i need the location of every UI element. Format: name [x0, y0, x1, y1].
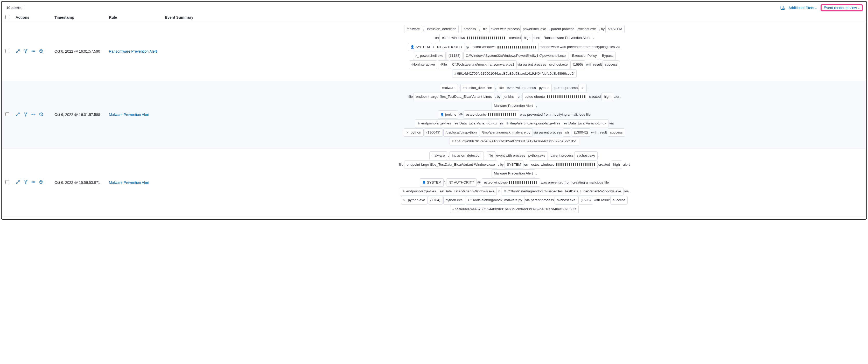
event-rendered-view-dropdown[interactable]: Event rendered view ⌵ [824, 6, 860, 10]
expand-icon[interactable] [16, 49, 20, 54]
rule-link[interactable]: Ransomware Prevention Alert [109, 49, 157, 53]
summary-token[interactable]: >_python.exe [401, 196, 428, 204]
summary-token[interactable]: #1643c3a3bb7617abe07a1d68fd105a972d0816e… [450, 137, 579, 146]
summary-token[interactable]: /usr/local/bin/python [443, 128, 479, 136]
summary-token[interactable]: C:\Tools\alerting\mock_malware.py [466, 196, 525, 204]
summary-token[interactable]: svchost.exe [547, 60, 570, 69]
summary-token[interactable]: jenkins [501, 93, 517, 101]
analyze-icon[interactable] [23, 112, 28, 117]
summary-token[interactable]: high [611, 160, 622, 169]
summary-token[interactable]: 👤SYSTEM [420, 178, 444, 187]
summary-token[interactable]: SYSTEM [504, 160, 524, 169]
summary-token[interactable]: success [608, 128, 625, 136]
summary-token[interactable]: intrusion_detection [460, 84, 494, 92]
summary-token[interactable]: (1696) [570, 60, 585, 69]
toolbar: 10 alerts Additional filters ⌵ Event ren… [2, 4, 866, 13]
rule-link[interactable]: Malware Prevention Alert [109, 180, 149, 185]
summary-token[interactable]: powershell.exe [520, 25, 548, 33]
analyze-icon[interactable] [23, 180, 28, 185]
summary-token[interactable]: high [521, 34, 533, 42]
summary-text: , by [498, 162, 504, 166]
summary-token[interactable]: estec-windows- [439, 34, 508, 42]
summary-text: created [598, 162, 610, 166]
summary-token[interactable]: -ExecutionPolicy [568, 52, 599, 60]
summary-token[interactable]: estec-ubuntu- [464, 111, 519, 119]
summary-token[interactable]: 🗎/tmp/alerting/endpoint-large-files_Test… [504, 119, 609, 127]
summary-token[interactable]: 👤SYSTEM [408, 43, 432, 51]
summary-token[interactable]: -File [438, 60, 449, 69]
summary-token[interactable]: file [497, 84, 506, 92]
summary-token[interactable]: intrusion_detection [450, 151, 484, 160]
summary-token[interactable]: success [610, 196, 628, 204]
summary-token[interactable]: C:\Windows\System32\WindowsPowerShell\v1… [463, 52, 568, 60]
user-icon: 👤 [410, 45, 414, 49]
summary-token[interactable]: 🗎C:\tools\alerting\endpoint-large-files_… [501, 187, 623, 195]
summary-token[interactable]: (1696) [579, 196, 593, 204]
summary-token[interactable]: Malware Prevention Alert [492, 102, 535, 110]
expand-icon[interactable] [16, 180, 20, 185]
summary-token[interactable]: file [486, 151, 495, 160]
summary-token[interactable]: malware [440, 84, 458, 92]
summary-token[interactable]: 👤jenkins [438, 111, 458, 119]
summary-token[interactable]: high [601, 93, 613, 101]
row-checkbox[interactable] [5, 49, 9, 53]
summary-token[interactable]: python.exe [526, 151, 548, 160]
select-all-checkbox[interactable] [5, 15, 9, 19]
more-icon[interactable] [31, 112, 36, 117]
additional-filters-dropdown[interactable]: Additional filters ⌵ [789, 6, 817, 10]
summary-token[interactable]: endpoint-large-files_TestData_EicarVaria… [404, 160, 497, 169]
more-icon[interactable] [31, 180, 36, 185]
summary-token[interactable]: intrusion_detection [425, 25, 459, 33]
cube-icon[interactable] [39, 112, 43, 117]
summary-token[interactable]: Malware Prevention Alert [492, 169, 535, 178]
summary-token[interactable]: (130043) [424, 128, 443, 136]
summary-token[interactable]: python.exe [443, 196, 465, 204]
timeline-icon[interactable] [780, 5, 785, 10]
summary-token[interactable]: Bypass [600, 52, 616, 60]
summary-token[interactable]: process [461, 25, 478, 33]
summary-token[interactable]: estec-windows- [482, 178, 540, 187]
summary-token[interactable]: #9f914d42706fe215501044acd85a32d58aaef14… [452, 69, 577, 78]
summary-token[interactable]: malware [429, 151, 447, 160]
user-icon: 👤 [422, 181, 426, 184]
analyze-icon[interactable] [23, 49, 28, 54]
summary-token[interactable]: /tmp/alerting/mock_malware.py [479, 128, 533, 136]
summary-token[interactable]: sh [579, 84, 587, 92]
summary-token[interactable]: NT AUTHORITY [435, 43, 465, 51]
more-icon[interactable] [31, 49, 36, 54]
summary-token[interactable]: python [537, 84, 552, 92]
summary-token[interactable]: file [480, 25, 490, 33]
summary-token[interactable]: sh [563, 128, 571, 136]
summary-token[interactable]: Ransomware Prevention Alert [541, 34, 592, 42]
summary-token[interactable]: NT AUTHORITY [446, 178, 476, 187]
table-row: Oct 6, 2022 @ 16:01:57.588 Malware Preve… [2, 81, 866, 149]
summary-token[interactable]: success [602, 60, 620, 69]
summary-text: via parent process [533, 130, 562, 134]
summary-token[interactable]: svchost.exe [574, 151, 597, 160]
summary-token[interactable]: 🗎endpoint-large-files_TestData_EicarVari… [415, 119, 499, 127]
summary-text: , parent process [549, 27, 574, 31]
expand-icon[interactable] [16, 112, 20, 117]
summary-token[interactable]: malware [404, 25, 422, 33]
summary-token[interactable]: >_powershell.exe [413, 52, 446, 60]
cube-icon[interactable] [39, 180, 43, 185]
summary-token[interactable]: SYSTEM [606, 25, 625, 33]
row-checkbox[interactable] [5, 112, 9, 116]
summary-token[interactable]: 🗎endpoint-large-files_TestData_EicarVari… [400, 187, 497, 195]
summary-token[interactable]: -NonInteractive [409, 60, 437, 69]
summary-token[interactable]: svchost.exe [575, 25, 598, 33]
summary-token[interactable]: endpoint-large-files_TestData_EicarVaria… [413, 93, 494, 101]
summary-token[interactable]: #559e66074a45750f5244809b316a63c6c09abd3… [450, 205, 579, 213]
summary-token[interactable]: C:\Tools\alerting\mock_ransomware.ps1 [450, 60, 517, 69]
cube-icon[interactable] [39, 49, 43, 54]
summary-token[interactable]: estec-ubuntu- [522, 93, 589, 101]
summary-token[interactable]: estec-windows- [529, 160, 598, 169]
summary-token[interactable]: estec-windows- [470, 43, 539, 51]
summary-token[interactable]: (130042) [572, 128, 590, 136]
summary-token[interactable]: >_python [404, 128, 423, 136]
summary-token[interactable]: (7784) [428, 196, 443, 204]
row-checkbox[interactable] [5, 180, 9, 184]
rule-link[interactable]: Malware Prevention Alert [109, 113, 149, 117]
summary-token[interactable]: svchost.exe [555, 196, 578, 204]
summary-token[interactable]: (11188) [446, 52, 463, 60]
